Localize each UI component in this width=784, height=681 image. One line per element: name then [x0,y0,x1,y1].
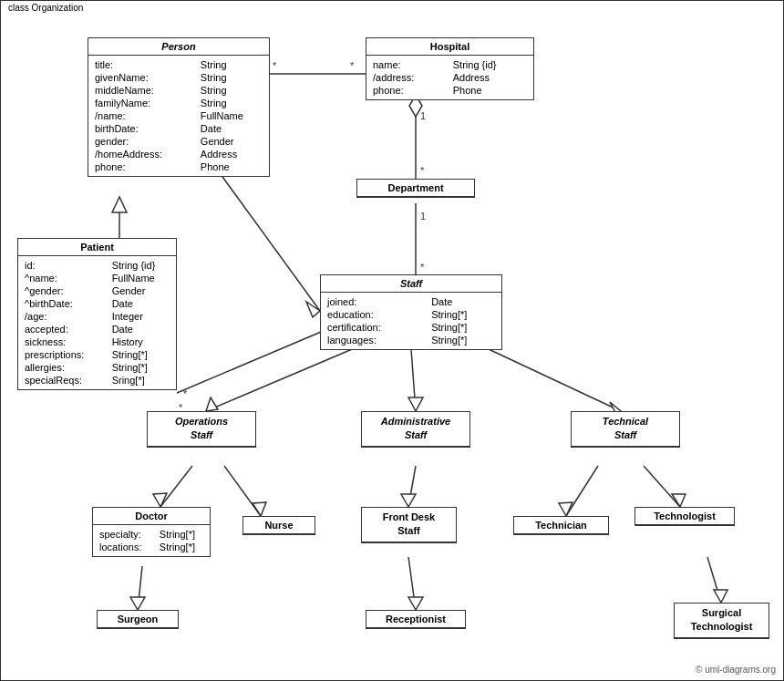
svg-marker-34 [130,597,145,610]
svg-line-33 [138,566,142,610]
class-patient-title: Patient [18,239,176,256]
svg-line-37 [707,557,721,603]
class-department: Department [356,179,475,198]
class-doctor-attrs: specialty:String[*] locations:String[*] [93,525,210,556]
svg-marker-36 [408,597,423,610]
svg-marker-28 [401,494,416,507]
class-surgeon-title: Surgeon [98,611,178,628]
class-nurse-title: Nurse [243,517,315,534]
svg-line-31 [644,466,680,507]
class-person: Person title:String givenName:String mid… [88,37,270,177]
svg-line-17 [206,347,356,411]
svg-marker-13 [306,302,320,317]
class-technologist-title: Technologist [635,508,734,525]
class-receptionist-title: Receptionist [366,611,465,628]
svg-text:*: * [273,60,277,71]
svg-line-29 [566,466,598,516]
diagram-container: class Organization * * 1 * 1 * * * [0,0,784,681]
svg-text:1: 1 [420,110,426,121]
svg-marker-20 [408,397,423,411]
svg-marker-30 [559,502,573,516]
class-doctor: Doctor specialty:String[*] locations:Str… [92,507,211,557]
svg-line-19 [411,349,416,411]
class-patient-attrs: id:String {id} ^name:FullName ^gender:Ge… [18,256,176,389]
class-technician-title: Technician [514,517,608,534]
class-surgical-technologist: SurgicalTechnologist [674,603,769,639]
svg-marker-11 [112,197,127,212]
svg-text:1: 1 [420,211,426,222]
class-technologist: Technologist [634,507,735,526]
diagram-title: class Organization [5,3,87,13]
class-technical-staff: TechnicalStaff [571,411,680,448]
class-staff-title: Staff [321,275,501,293]
class-person-attrs: title:String givenName:String middleName… [88,56,269,176]
class-department-title: Department [357,180,474,197]
svg-line-25 [224,466,261,516]
class-hospital-attrs: name:String {id} /address:Address phone:… [366,56,533,99]
class-staff-attrs: joined:Date education:String[*] certific… [321,293,501,349]
svg-marker-26 [253,502,266,516]
class-staff: Staff joined:Date education:String[*] ce… [320,274,502,350]
svg-marker-38 [714,590,727,603]
svg-line-14 [177,325,338,393]
svg-text:*: * [420,262,425,273]
class-front-desk-staff-title: Front DeskStaff [362,508,456,542]
svg-marker-24 [153,493,167,507]
class-operations-staff: OperationsStaff [147,411,256,448]
class-hospital: Hospital name:String {id} /address:Addre… [366,37,534,100]
class-technician: Technician [513,516,609,535]
svg-line-35 [408,557,416,610]
class-administrative-staff: AdministrativeStaff [361,411,470,448]
svg-line-23 [160,466,192,507]
class-hospital-title: Hospital [366,38,533,56]
svg-line-21 [475,343,621,411]
svg-line-27 [408,466,416,507]
class-receptionist: Receptionist [366,610,466,629]
class-surgical-technologist-title: SurgicalTechnologist [675,604,769,638]
class-patient: Patient id:String {id} ^name:FullName ^g… [17,238,177,390]
copyright: © uml-diagrams.org [696,665,776,675]
class-nurse: Nurse [242,516,315,535]
class-administrative-staff-title: AdministrativeStaff [362,412,469,447]
class-technical-staff-title: TechnicalStaff [572,412,679,447]
svg-text:*: * [183,388,188,399]
svg-marker-32 [672,494,686,507]
svg-text:*: * [420,165,425,176]
class-doctor-title: Doctor [93,508,210,525]
class-surgeon: Surgeon [97,610,179,629]
class-person-title: Person [88,38,269,56]
class-front-desk-staff: Front DeskStaff [361,507,457,543]
svg-text:*: * [350,60,355,71]
svg-marker-18 [206,397,218,411]
class-operations-staff-title: OperationsStaff [148,412,255,447]
svg-line-12 [211,160,320,311]
